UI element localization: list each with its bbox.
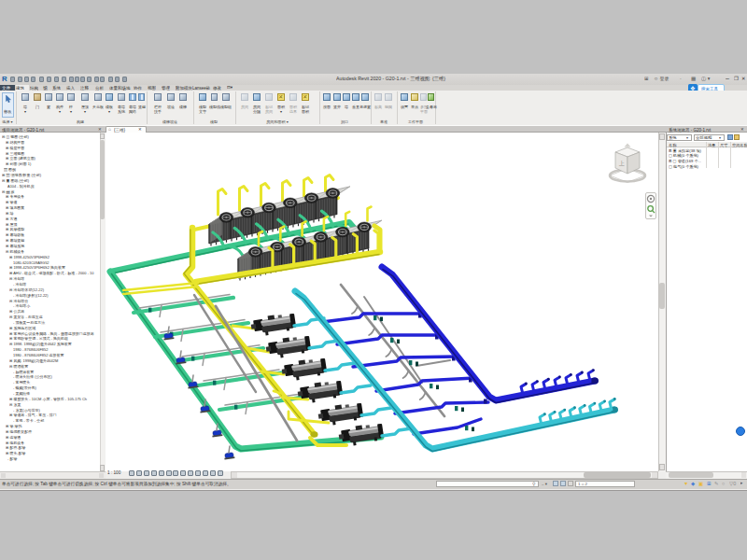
svg-text:上: 上 [618, 161, 625, 166]
